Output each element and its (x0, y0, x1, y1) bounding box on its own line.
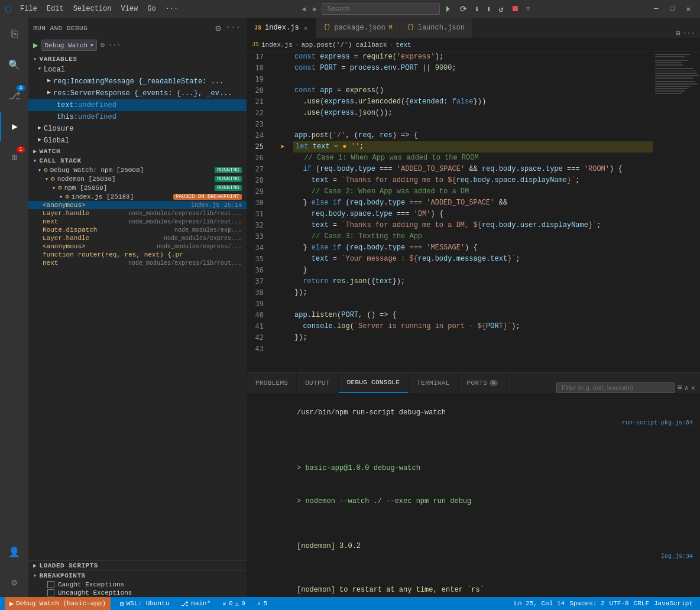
menu-selection[interactable]: Selection (70, 4, 115, 14)
console-list-view-button[interactable]: ≡ (677, 383, 682, 392)
debug-step-into-button[interactable]: ⬇ (472, 3, 481, 15)
activity-bar: ⎘ 🔍 ⎇ 4 ▶ ⊞ 1 👤 ⚙ (0, 18, 28, 597)
sidebar-more-button[interactable]: ··· (225, 21, 242, 35)
panel-tab-ports[interactable]: PORTS 5 (459, 372, 507, 393)
activity-settings[interactable]: ⚙ (0, 569, 28, 597)
tab-bar-more-button[interactable]: ··· (682, 30, 695, 38)
menu-file[interactable]: File (17, 4, 41, 14)
thread-nodemon[interactable]: ▾ ⚙ nodemon [25036] RUNNING (28, 174, 247, 183)
tab-close-indexjs[interactable]: ✕ (303, 23, 309, 33)
watch-section-header[interactable]: ▶ WATCH (28, 147, 247, 156)
status-debug-watch[interactable]: ▶ Debug Watch (basic-app) (5, 597, 111, 610)
breakpoints-header[interactable]: ▾ BREAKPOINTS (28, 571, 247, 580)
debug-step-out-button[interactable]: ⬆ (484, 3, 494, 15)
activity-extensions[interactable]: ⊞ 1 (0, 143, 28, 171)
activity-run-debug[interactable]: ▶ (0, 112, 28, 141)
nav-back-button[interactable]: ◀ (299, 5, 308, 14)
activity-accounts[interactable]: 👤 (0, 538, 28, 566)
panel-tab-debug-console[interactable]: DEBUG CONSOLE (339, 372, 409, 393)
status-position[interactable]: Ln 25, Col 14 (511, 597, 567, 610)
console-collapse-button[interactable]: ∧ (685, 384, 689, 392)
close-button[interactable]: ✕ (682, 4, 695, 15)
console-link-log1[interactable]: log.js:34 (661, 551, 693, 562)
breakpoint-caught[interactable]: Caught Exceptions (28, 580, 247, 589)
frame-router[interactable]: function router(req, res, next) {.pr (28, 251, 247, 259)
loaded-scripts-header[interactable]: ▶ LOADED SCRIPTS (28, 560, 247, 570)
status-errors[interactable]: ✕ 0 ⚠ 0 (220, 597, 247, 610)
maximize-button[interactable]: □ (666, 4, 679, 14)
tab-launch-json[interactable]: {} launch.json (400, 18, 472, 38)
status-wsl[interactable]: ⊞ WSL: Ubuntu (118, 597, 171, 610)
debug-continue-button[interactable]: ⏵ (442, 3, 455, 15)
debug-start-button[interactable]: ▶ (33, 40, 38, 50)
var-text[interactable]: text: undefined (28, 99, 247, 111)
panel-tab-output[interactable]: OUTPUT (297, 372, 338, 393)
frame-layer-handle-1[interactable]: Layer.handle node_modules/express/lib/ro… (28, 209, 247, 218)
breadcrumb-file[interactable]: JS (252, 41, 259, 48)
closure-group-header[interactable]: ▶ Closure (28, 123, 247, 135)
debug-step-over-button[interactable]: ⟳ (458, 3, 469, 15)
code-line-43 (293, 343, 653, 355)
activity-source-control[interactable]: ⎇ 4 (0, 82, 28, 110)
thread-indexjs[interactable]: ▾ ⚙ index.js [25183] PAUSED ON BREAKPOIN… (28, 192, 247, 201)
local-group-header[interactable]: ▾ Local (28, 64, 247, 76)
tab-index-js[interactable]: JS index.js ✕ (247, 18, 316, 38)
status-branch[interactable]: ⎇ main* (179, 597, 213, 610)
search-input[interactable] (322, 3, 440, 15)
breadcrumb-text[interactable]: text (396, 41, 411, 48)
status-spaces[interactable]: Spaces: 2 (567, 597, 607, 610)
status-debug-port[interactable]: ⚡ 5 (255, 597, 270, 610)
sidebar-header-actions: ⚙ ··· (214, 21, 242, 35)
panel-tab-terminal[interactable]: TERMINAL (409, 372, 458, 393)
frame-anonymous[interactable]: <anonymous> index.js 25:14 (28, 201, 247, 209)
frame-route-dispatch[interactable]: Route.dispatch node_modules/exp... (28, 226, 247, 234)
debug-settings-icon[interactable]: ⚙ (101, 41, 105, 50)
uncaught-exceptions-checkbox[interactable] (47, 589, 54, 596)
debug-config-label: Debug Watch (44, 42, 88, 49)
nav-forward-button[interactable]: ▶ (310, 5, 319, 14)
debug-restart-button[interactable]: ↺ (496, 3, 505, 15)
tab-modified-dot: M (389, 24, 393, 31)
var-this[interactable]: this: undefined (28, 111, 247, 123)
menu-edit[interactable]: Edit (43, 4, 67, 14)
breakpoint-uncaught[interactable]: Uncaught Exceptions (28, 589, 247, 597)
var-req[interactable]: ▶ req: IncomingMessage {_readableState: … (28, 76, 247, 87)
menu-go[interactable]: Go (144, 4, 159, 14)
debug-config-selector[interactable]: Debug Watch ▾ (41, 40, 96, 51)
menu-more[interactable]: ··· (162, 4, 182, 14)
menu-bar: File Edit Selection View Go ··· (17, 4, 182, 14)
tab-package-json[interactable]: {} package.json M (316, 18, 400, 38)
variables-section-header[interactable]: ▾ VARIABLES (28, 54, 247, 64)
status-language[interactable]: JavaScript (652, 597, 695, 610)
code-content[interactable]: const express = require('express'); cons… (289, 51, 653, 372)
console-filter-input[interactable] (556, 382, 675, 393)
frame-next-2[interactable]: next node_modules/express/lib/rout... (28, 259, 247, 267)
frame-layer-handle-2[interactable]: Layer.handle node_modules/expres... (28, 234, 247, 242)
breadcrumb-callback[interactable]: app.post('/') callback (301, 41, 387, 48)
status-encoding[interactable]: UTF-8 (607, 597, 631, 610)
code-line-25: let text = ● ''; (293, 141, 653, 152)
breadcrumb-filename[interactable]: index.js (261, 41, 293, 48)
caught-exceptions-checkbox[interactable] (47, 581, 54, 588)
debug-stop-button[interactable]: ⏹ (508, 3, 521, 15)
thread-debug-watch[interactable]: ▾ ⚙ Debug Watch: npm [25008] RUNNING (28, 166, 247, 174)
panel-tab-problems[interactable]: PROBLEMS (247, 372, 297, 393)
new-launch-button[interactable]: ⚙ (214, 21, 222, 35)
activity-explorer[interactable]: ⎘ (0, 20, 28, 48)
split-editor-button[interactable]: ⊞ (676, 29, 680, 38)
tab-icon-launch: {} (407, 24, 414, 31)
activity-search[interactable]: 🔍 (0, 51, 28, 79)
debug-more-icon[interactable]: ··· (108, 41, 121, 50)
console-close-button[interactable]: ✕ (691, 384, 695, 392)
console-link-runcript[interactable]: run-script-pkg.js:64 (622, 418, 693, 429)
status-eol[interactable]: CRLF (631, 597, 652, 610)
frame-next-1[interactable]: next node_modules/express/lib/rout... (28, 218, 247, 226)
var-res[interactable]: ▶ res: ServerResponse {_events: {...}, _… (28, 87, 247, 99)
thread-npm[interactable]: ▾ ⚙ npm [25059] RUNNING (28, 183, 247, 192)
call-stack-section-header[interactable]: ▾ CALL STACK (28, 156, 247, 166)
frame-anonymous-2[interactable]: <anonymous> node_modules/express/... (28, 242, 247, 251)
global-group-header[interactable]: ▶ Global (28, 135, 247, 147)
menu-view[interactable]: View (117, 4, 141, 14)
minimize-button[interactable]: ─ (649, 4, 663, 14)
code-editor[interactable]: 17 18 19 20 21 22 23 24 25 26 27 28 29 3… (247, 51, 700, 372)
